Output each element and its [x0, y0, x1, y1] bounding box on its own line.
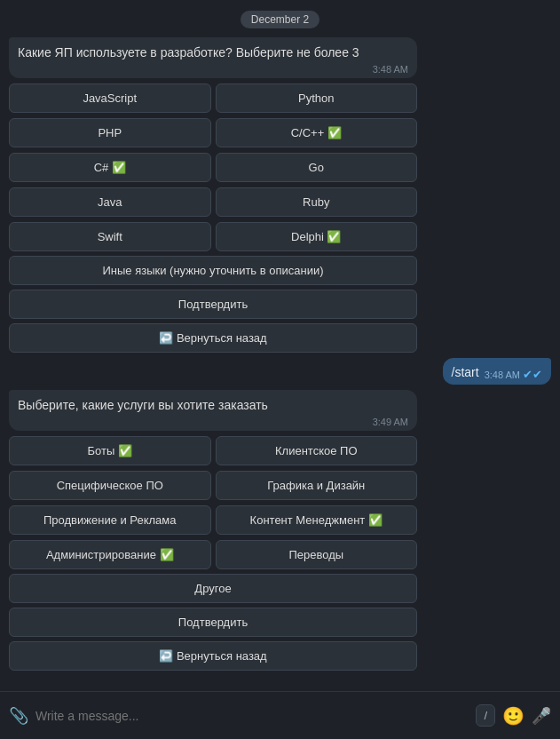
lang-confirm-row: Подтвердить	[9, 290, 417, 319]
btn-swift[interactable]: Swift	[9, 222, 211, 251]
btn-php[interactable]: PHP	[9, 118, 211, 147]
btn-specific-sw[interactable]: Специфическое ПО	[9, 471, 211, 500]
btn-python[interactable]: Python	[216, 83, 418, 113]
double-check-icon: ✔✔	[523, 368, 542, 381]
message-input[interactable]	[35, 709, 469, 723]
paperclip-icon[interactable]: 📎	[9, 706, 28, 726]
btn-ruby[interactable]: Ruby	[216, 187, 418, 217]
lang-buttons-row1: JavaScript Python	[9, 83, 417, 113]
lang-other-row: Иные языки (нужно уточнить в описании)	[9, 256, 417, 285]
slash-button[interactable]: /	[476, 704, 495, 727]
chat-area: December 2 Какие ЯП используете в разраб…	[0, 0, 560, 691]
btn-content[interactable]: Контент Менеджмент ✅	[216, 505, 418, 535]
service-buttons-row2: Специфическое ПО Графика и Дизайн	[9, 471, 417, 500]
input-bar: 📎 / 🙂 🎤	[0, 691, 560, 739]
btn-promo[interactable]: Продвижение и Реклама	[9, 505, 211, 535]
btn-admin[interactable]: Администрирование ✅	[9, 540, 211, 569]
message1-text: Какие ЯП используете в разработке? Выбер…	[18, 44, 408, 62]
mic-icon[interactable]: 🎤	[532, 706, 551, 726]
btn-translation[interactable]: Переводы	[216, 540, 418, 569]
btn-csharp[interactable]: C# ✅	[9, 153, 211, 182]
btn-confirm-langs[interactable]: Подтвердить	[9, 290, 417, 319]
message2-time: 3:49 AM	[18, 417, 408, 427]
user-start-text: /start	[452, 364, 479, 382]
service-buttons-row4: Администрирование ✅ Переводы	[9, 540, 417, 569]
btn-client-sw[interactable]: Клиентское ПО	[216, 436, 418, 465]
message2-text: Выберите, какие услуги вы хотите заказат…	[18, 397, 408, 415]
user-start-time: 3:48 AM ✔✔	[485, 368, 542, 381]
lang-buttons-row2: PHP C/C++ ✅	[9, 118, 417, 147]
btn-design[interactable]: Графика и Дизайн	[216, 471, 418, 500]
message1-time: 3:48 AM	[18, 64, 408, 75]
service-back-row: ↩️ Вернуться назад	[9, 641, 417, 671]
date-badge: December 2	[241, 11, 319, 28]
btn-go[interactable]: Go	[216, 153, 418, 182]
btn-delphi[interactable]: Delphi ✅	[216, 222, 418, 251]
service-buttons-row1: Боты ✅ Клиентское ПО	[9, 436, 417, 465]
emoji-icon[interactable]: 🙂	[502, 705, 525, 727]
bot-message-2: Выберите, какие услуги вы хотите заказат…	[9, 390, 417, 671]
btn-confirm-services[interactable]: Подтвердить	[9, 608, 417, 637]
lang-buttons-row3: C# ✅ Go	[9, 153, 417, 182]
btn-java[interactable]: Java	[9, 187, 211, 217]
lang-back-row: ↩️ Вернуться назад	[9, 323, 417, 353]
service-other-row: Другое	[9, 574, 417, 603]
bot-message-1: Какие ЯП используете в разработке? Выбер…	[9, 37, 417, 353]
lang-buttons-row5: Swift Delphi ✅	[9, 222, 417, 251]
btn-back-services[interactable]: ↩️ Вернуться назад	[9, 641, 417, 671]
service-confirm-row: Подтвердить	[9, 608, 417, 637]
btn-other-langs[interactable]: Иные языки (нужно уточнить в описании)	[9, 256, 417, 285]
service-buttons-row3: Продвижение и Реклама Контент Менеджмент…	[9, 505, 417, 535]
btn-back-langs[interactable]: ↩️ Вернуться назад	[9, 323, 417, 353]
btn-javascript[interactable]: JavaScript	[9, 83, 211, 113]
btn-cpp[interactable]: C/C++ ✅	[216, 118, 418, 147]
lang-buttons-row4: Java Ruby	[9, 187, 417, 217]
user-message-start: /start 3:48 AM ✔✔	[443, 358, 551, 385]
btn-other-services[interactable]: Другое	[9, 574, 417, 603]
btn-bots[interactable]: Боты ✅	[9, 436, 211, 465]
